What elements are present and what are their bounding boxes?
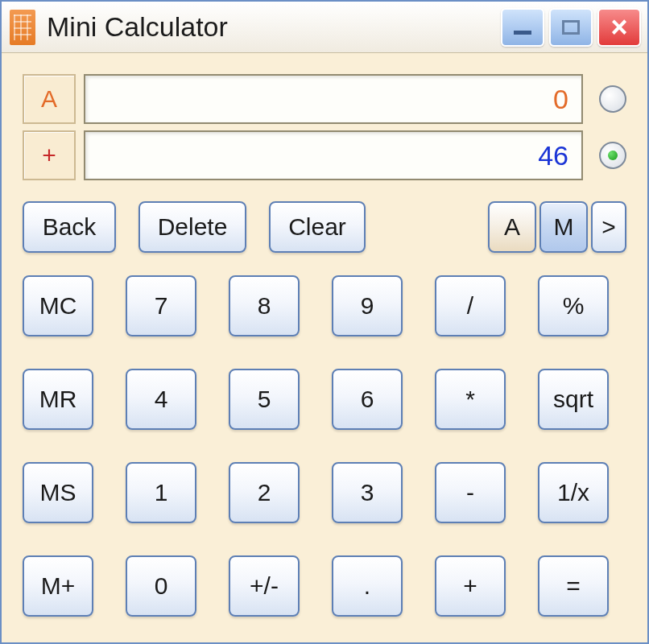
select-a-radio[interactable] [599, 85, 626, 113]
mode-m-button[interactable]: M [539, 201, 588, 253]
delete-button[interactable]: Delete [138, 201, 246, 253]
close-icon: × [610, 13, 627, 42]
key-reciprocal[interactable]: 1/x [538, 462, 609, 523]
clear-button[interactable]: Clear [269, 201, 366, 253]
key-mc[interactable]: MC [23, 275, 93, 336]
display-a-value: 0 [84, 74, 583, 124]
key-1[interactable]: 1 [126, 462, 196, 523]
key-0[interactable]: 0 [126, 555, 196, 617]
key-percent[interactable]: % [538, 275, 609, 336]
key-sqrt[interactable]: sqrt [538, 369, 609, 430]
minimize-button[interactable] [501, 8, 544, 47]
client-area: A 0 + 46 Back Delete Clear A M > [2, 53, 647, 642]
key-negate[interactable]: +/- [229, 555, 300, 617]
display-row-b: + 46 [23, 130, 626, 180]
key-ms[interactable]: MS [23, 462, 93, 523]
key-add[interactable]: + [435, 555, 506, 617]
key-divide[interactable]: / [435, 275, 506, 336]
key-mplus[interactable]: M+ [23, 555, 93, 617]
window-controls: × [501, 8, 641, 47]
app-icon [10, 10, 35, 45]
close-button[interactable]: × [597, 8, 641, 47]
key-5[interactable]: 5 [229, 369, 300, 430]
back-button[interactable]: Back [23, 201, 116, 253]
mode-a-button[interactable]: A [488, 201, 536, 253]
maximize-button[interactable] [549, 8, 593, 47]
key-3[interactable]: 3 [332, 462, 403, 523]
display-a-label: A [23, 74, 76, 124]
key-8[interactable]: 8 [229, 275, 300, 336]
display-row-a: A 0 [23, 74, 626, 124]
key-subtract[interactable]: - [435, 462, 506, 523]
key-decimal[interactable]: . [332, 555, 403, 617]
key-6[interactable]: 6 [332, 369, 403, 430]
radio-selected-icon [608, 151, 618, 160]
maximize-icon [562, 20, 580, 35]
key-mr[interactable]: MR [23, 369, 93, 430]
more-button[interactable]: > [591, 201, 626, 253]
minimize-icon [514, 31, 531, 35]
display-b-label: + [23, 130, 76, 180]
display-area: A 0 + 46 [23, 74, 626, 180]
toolbar-left: Back Delete Clear [23, 201, 366, 253]
key-equals[interactable]: = [538, 555, 609, 617]
key-4[interactable]: 4 [126, 369, 196, 430]
window-title: Mini Calculator [47, 11, 501, 43]
key-multiply[interactable]: * [435, 369, 506, 430]
toolbar-right: A M > [488, 201, 626, 253]
key-7[interactable]: 7 [126, 275, 196, 336]
window: Mini Calculator × A 0 + 46 [0, 0, 649, 644]
select-b-radio[interactable] [599, 142, 626, 169]
toolbar: Back Delete Clear A M > [23, 201, 626, 253]
display-b-value: 46 [84, 130, 583, 180]
keypad: MC 7 8 9 / % MR 4 5 6 * sqrt MS 1 2 3 - … [23, 275, 626, 617]
titlebar: Mini Calculator × [2, 2, 647, 53]
key-2[interactable]: 2 [229, 462, 300, 523]
key-9[interactable]: 9 [332, 275, 403, 336]
